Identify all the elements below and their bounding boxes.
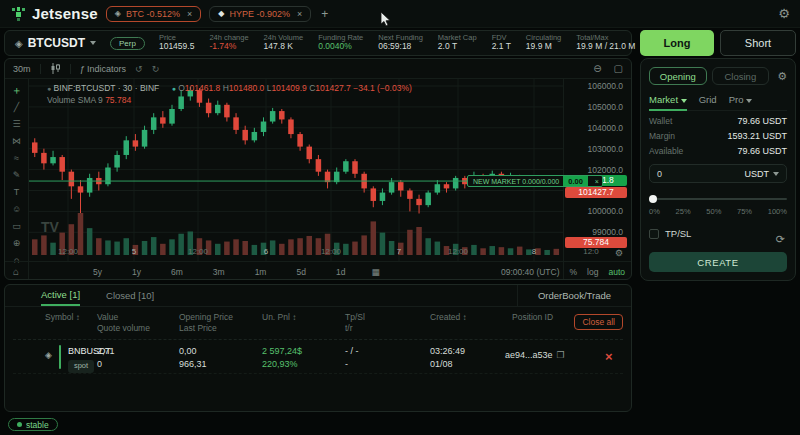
top-bar: Jetsense ◈ BTC -0.512% × ◆ HYPE -0.902% … <box>0 0 800 28</box>
tab-opening[interactable]: Opening <box>649 67 707 85</box>
price-tick: 103000.0 <box>565 144 629 154</box>
range-button-3m[interactable]: 3m <box>213 267 225 277</box>
column-header-opening-price: Opening PriceLast Price <box>179 312 233 335</box>
clock-label[interactable]: 09:00:40 (UTC) <box>501 267 560 277</box>
add-tab-button[interactable]: + <box>321 7 328 21</box>
side-buttons: Long Short <box>640 30 796 56</box>
brush-icon[interactable]: ✎ <box>13 168 21 182</box>
range-button-6m[interactable]: 6m <box>171 267 183 277</box>
symbol-stats: Price101459.524h change-1.74%24h Volume1… <box>159 34 635 52</box>
close-icon[interactable]: × <box>187 9 192 19</box>
column-header-un-pnl[interactable]: Un. Pnl ↕ <box>262 312 296 324</box>
chart-toolbar: 30m ƒ Indicators ↺ ↻ ⊖ ▢ <box>5 59 631 79</box>
order-type-grid[interactable]: Grid <box>699 94 717 105</box>
order-type-pro[interactable]: Pro <box>729 94 752 105</box>
ticker-tab-hype[interactable]: ◆ HYPE -0.902% × <box>209 6 311 22</box>
trade-settings-gear-icon[interactable]: ⚙ <box>777 70 787 83</box>
crosshair-icon[interactable]: ＋ <box>11 83 22 97</box>
log-scale-button[interactable]: log <box>587 267 598 277</box>
side-indicator <box>59 345 61 369</box>
undo-icon[interactable]: ↺ <box>135 64 143 74</box>
redo-icon[interactable]: ↻ <box>152 64 160 74</box>
ticker-tab-btc[interactable]: ◈ BTC -0.512% × <box>106 6 201 22</box>
auto-scale-button[interactable]: auto <box>608 267 625 277</box>
wave-icon[interactable]: ≈ <box>14 151 19 165</box>
tab-orderbook-trade[interactable]: OrderBook/Trade <box>517 285 631 306</box>
status-dot-icon <box>17 422 22 427</box>
positions-panel: Active [1] Closed [10] OrderBook/Trade S… <box>4 284 632 412</box>
long-button[interactable]: Long <box>640 30 714 56</box>
chart-bottom-toolbar: ⌂ 5y1y6m3m1m5d1d ▦ 09:00:40 (UTC) % log … <box>5 261 632 280</box>
candle-style-icon[interactable] <box>50 63 61 74</box>
tab-closing[interactable]: Closing <box>712 67 770 85</box>
range-button-1d[interactable]: 1d <box>336 267 345 277</box>
refresh-icon[interactable]: ⟳ <box>776 233 785 246</box>
tab-active[interactable]: Active [1] <box>41 285 80 306</box>
text-icon[interactable]: T <box>14 185 20 199</box>
slider-tick-75[interactable]: 75% <box>737 207 752 216</box>
slider-tick-0[interactable]: 0% <box>649 207 660 216</box>
settings-gear-icon[interactable]: ⚙ <box>778 6 790 21</box>
cancel-order-icon[interactable]: × <box>592 178 602 185</box>
calendar-icon[interactable]: ▦ <box>371 267 379 277</box>
last-price-badge: 101427.7 <box>565 187 627 198</box>
app-root: Jetsense ◈ BTC -0.512% × ◆ HYPE -0.902% … <box>0 0 800 435</box>
short-button[interactable]: Short <box>720 30 796 56</box>
amount-input[interactable]: 0 USDT <box>649 164 787 183</box>
range-button-5d[interactable]: 5d <box>296 267 305 277</box>
amount-slider[interactable] <box>649 195 787 203</box>
axis-settings-icon[interactable]: ⚙ <box>615 248 623 258</box>
slider-tick-100[interactable]: 100% <box>768 207 787 216</box>
timeframe-button[interactable]: 30m <box>13 64 31 74</box>
mouse-cursor <box>380 12 392 28</box>
change-value: −34.1 (−0.03%) <box>353 83 412 93</box>
fib-icon[interactable]: ☰ <box>12 117 20 131</box>
measure-icon[interactable]: ▭ <box>12 219 21 233</box>
tab-closed[interactable]: Closed [10] <box>106 285 154 306</box>
symbol-bar: ◈ BTCUSDT Perp Price101459.524h change-1… <box>4 30 632 56</box>
app-title: Jetsense <box>32 5 98 22</box>
price-tick: 104000.0 <box>565 123 629 133</box>
column-header-position-id: Position ID <box>512 312 553 323</box>
slider-knob[interactable] <box>649 195 657 203</box>
candlestick-chart[interactable] <box>29 79 563 261</box>
close-position-icon[interactable]: × <box>605 349 613 364</box>
fullscreen-icon[interactable]: ▢ <box>614 63 623 74</box>
emoji-icon[interactable]: ☺ <box>12 202 21 216</box>
series-marker-icon: ● <box>47 85 51 92</box>
tpsl-checkbox[interactable] <box>649 229 659 239</box>
slider-tick-25[interactable]: 25% <box>676 207 691 216</box>
column-header-created[interactable]: Created ↕ <box>430 312 467 324</box>
time-tick: 12:00 <box>58 247 78 256</box>
pattern-icon[interactable]: ⋈ <box>12 134 21 148</box>
btc-icon: ◈ <box>115 9 121 18</box>
contract-type-badge: Perp <box>110 37 145 50</box>
ohlc-values: O101461.8 H101480.0 L101409.9 C101427.7 <box>178 83 353 93</box>
slider-tick-50[interactable]: 50% <box>706 207 721 216</box>
percent-scale-button[interactable]: % <box>570 267 578 277</box>
range-button-5y[interactable]: 5y <box>93 267 102 277</box>
time-axis[interactable]: 12:00512:00612:00712:00812:0 <box>5 247 632 261</box>
column-header-symbol[interactable]: Symbol ↕ <box>45 312 80 324</box>
copy-icon[interactable]: ❐ <box>557 350 565 360</box>
order-type-market[interactable]: Market <box>649 94 687 111</box>
time-tick: 6 <box>264 247 268 256</box>
currency-select[interactable]: USDT <box>745 169 780 179</box>
cell-price: 0,00966,31 <box>179 345 207 371</box>
trendline-icon[interactable]: ╱ <box>14 100 19 114</box>
close-icon[interactable]: × <box>297 9 302 19</box>
order-line-tag[interactable]: NEW MARKET 0.000/0.000 0.00 × <box>467 175 603 187</box>
range-button-1y[interactable]: 1y <box>132 267 141 277</box>
home-icon[interactable]: ⌂ <box>13 266 19 277</box>
slider-track[interactable] <box>649 198 787 200</box>
range-button-1m[interactable]: 1m <box>255 267 267 277</box>
indicators-button[interactable]: ƒ Indicators <box>80 64 127 74</box>
cell-created: 03:26:4901/08 <box>430 345 465 371</box>
market-type-badge: spot <box>68 360 94 373</box>
symbol-selector[interactable]: ◈ BTCUSDT <box>15 36 96 50</box>
close-all-button[interactable]: Close all <box>574 314 623 330</box>
time-tick: 7 <box>397 247 401 256</box>
create-button[interactable]: CREATE <box>649 252 787 272</box>
zoom-out-icon[interactable]: ⊖ <box>593 63 601 74</box>
stat-funding-rate: Funding Rate0.0040% <box>318 34 363 52</box>
